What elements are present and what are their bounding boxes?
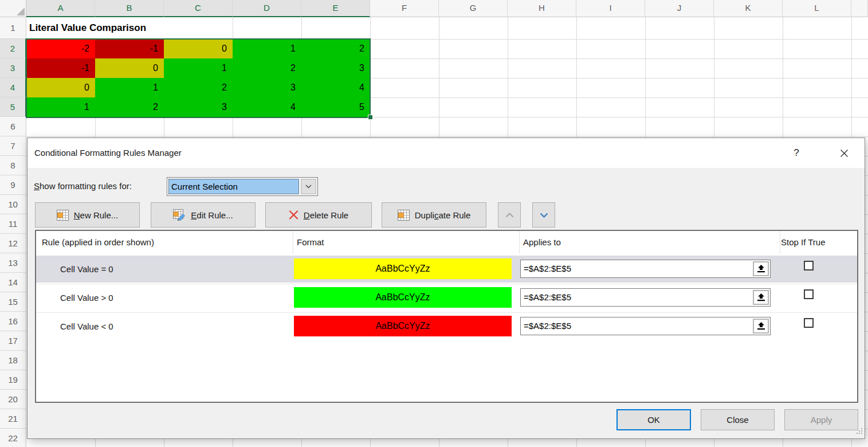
applies-to-input[interactable]: =$A$2:$E$5 (520, 288, 771, 307)
row-header-12[interactable]: 12 (0, 234, 26, 253)
column-header-rule: Rule (applied in order shown) (42, 231, 154, 254)
close-dialog-button[interactable]: Close (701, 409, 775, 430)
applies-to-value: =$A$2:$E$5 (524, 289, 571, 306)
col-header-J[interactable]: J (645, 0, 714, 17)
dialog-titlebar[interactable]: Conditional Formatting Rules Manager ? (28, 138, 865, 168)
col-header-F[interactable]: F (370, 0, 439, 17)
rule-row[interactable]: Cell Value = 0 AaBbCcYyZz =$A$2:$E$5 (36, 256, 857, 283)
close-button[interactable] (830, 144, 858, 162)
row-header-13[interactable]: 13 (0, 253, 26, 273)
move-rule-down-button[interactable] (532, 202, 555, 228)
select-all-triangle (17, 7, 25, 15)
help-icon: ? (794, 147, 799, 159)
edit-rule-button[interactable]: Edit Rule... (151, 202, 256, 228)
rule-row[interactable]: Cell Value < 0 AaBbCcYyZz =$A$2:$E$5 (36, 313, 857, 340)
row-header-16[interactable]: 16 (0, 312, 26, 331)
cell-E4[interactable]: 4 (301, 78, 370, 97)
row-header-3[interactable]: 3 (0, 58, 26, 78)
cell-C5[interactable]: 3 (164, 97, 233, 117)
cell-A1[interactable]: Literal Value Comparison (26, 17, 221, 39)
cell-A4[interactable]: 0 (26, 78, 95, 97)
collapse-dialog-button[interactable] (753, 290, 769, 305)
row-header-21[interactable]: 21 (0, 409, 26, 429)
collapse-dialog-button[interactable] (753, 261, 769, 276)
row-header-20[interactable]: 20 (0, 390, 26, 409)
cell-E2[interactable]: 2 (301, 39, 370, 58)
row-header-18[interactable]: 18 (0, 351, 26, 370)
row-header-22[interactable]: 22 (0, 429, 26, 447)
select-all-corner[interactable] (0, 0, 26, 17)
fill-handle[interactable] (368, 115, 373, 120)
cell-C3[interactable]: 1 (164, 58, 233, 78)
delete-rule-button[interactable]: Delete Rule (265, 202, 372, 228)
row-header-15[interactable]: 15 (0, 292, 26, 312)
row-header-1[interactable]: 1 (0, 17, 26, 39)
ok-button[interactable]: OK (616, 409, 691, 430)
apply-button[interactable]: Apply (784, 409, 858, 430)
collapse-dialog-icon (757, 293, 765, 301)
col-header-B[interactable]: B (95, 0, 164, 17)
applies-to-input[interactable]: =$A$2:$E$5 (520, 260, 771, 278)
delete-rule-label: Delete Rule (304, 210, 348, 220)
cell-B4[interactable]: 1 (95, 78, 164, 97)
col-header-K[interactable]: K (714, 0, 783, 17)
duplicate-rule-button[interactable]: Duplicate Rule (382, 202, 486, 228)
move-up-icon (505, 213, 514, 218)
row-header-5[interactable]: 5 (0, 97, 26, 117)
collapse-dialog-button[interactable] (753, 319, 769, 334)
col-header-C[interactable]: C (164, 0, 233, 17)
conditional-formatting-rules-manager-dialog: Conditional Formatting Rules Manager ? S… (27, 138, 865, 439)
stop-if-true-checkbox[interactable] (804, 261, 814, 270)
applies-to-input[interactable]: =$A$2:$E$5 (520, 317, 771, 335)
cell-B2[interactable]: -1 (95, 39, 164, 58)
cell-C4[interactable]: 2 (164, 78, 233, 97)
cell-A2[interactable]: -2 (26, 39, 95, 58)
col-header-L[interactable]: L (783, 0, 851, 17)
cell-A5[interactable]: 1 (26, 97, 95, 117)
new-rule-label: New Rule... (74, 210, 119, 220)
cell-D3[interactable]: 2 (233, 58, 301, 78)
cell-D2[interactable]: 1 (233, 39, 301, 58)
row-header-10[interactable]: 10 (0, 195, 26, 214)
new-rule-button[interactable]: New Rule... (35, 202, 140, 228)
cell-B5[interactable]: 2 (95, 97, 164, 117)
dropdown-open-button[interactable] (301, 179, 316, 194)
applies-to-value: =$A$2:$E$5 (524, 260, 571, 277)
row-header-7[interactable]: 7 (0, 136, 26, 156)
col-header-I[interactable]: I (576, 0, 645, 17)
row-header-14[interactable]: 14 (0, 273, 26, 292)
rule-row[interactable]: Cell Value > 0 AaBbCcYyZz =$A$2:$E$5 (36, 284, 857, 311)
cell-A3[interactable]: -1 (26, 58, 95, 78)
row-header-6[interactable]: 6 (0, 117, 26, 136)
dropdown-selected-value: Current Selection (168, 179, 299, 194)
col-header-D[interactable]: D (233, 0, 301, 17)
cell-C2[interactable]: 0 (164, 39, 233, 58)
row-header-4[interactable]: 4 (0, 78, 26, 97)
row-header-11[interactable]: 11 (0, 214, 26, 234)
cell-E3[interactable]: 3 (301, 58, 370, 78)
cell-D5[interactable]: 4 (233, 97, 301, 117)
stop-if-true-checkbox[interactable] (804, 318, 814, 328)
help-button[interactable]: ? (785, 144, 808, 162)
show-rules-for-dropdown[interactable]: Current Selection (167, 177, 318, 196)
row-header-9[interactable]: 9 (0, 175, 26, 195)
row-header-8[interactable]: 8 (0, 156, 26, 175)
row-header-2[interactable]: 2 (0, 39, 26, 58)
col-header-A[interactable]: A (26, 0, 95, 17)
close-icon (840, 149, 849, 158)
row-header-19[interactable]: 19 (0, 370, 26, 390)
cell-E5[interactable]: 5 (301, 97, 370, 117)
column-header-applies-to: Applies to (523, 231, 561, 254)
cell-D4[interactable]: 3 (233, 78, 301, 97)
stop-if-true-checkbox[interactable] (804, 289, 814, 299)
resize-grip[interactable] (855, 426, 863, 437)
col-header-G[interactable]: G (439, 0, 508, 17)
format-preview: AaBbCcYyZz (294, 287, 512, 308)
row-header-17[interactable]: 17 (0, 331, 26, 351)
duplicate-rule-label: Duplicate Rule (415, 210, 471, 220)
cell-B3[interactable]: 0 (95, 58, 164, 78)
col-header-partial[interactable] (851, 0, 868, 17)
col-header-H[interactable]: H (508, 0, 576, 17)
move-rule-up-button[interactable] (498, 202, 521, 228)
col-header-E[interactable]: E (301, 0, 370, 17)
